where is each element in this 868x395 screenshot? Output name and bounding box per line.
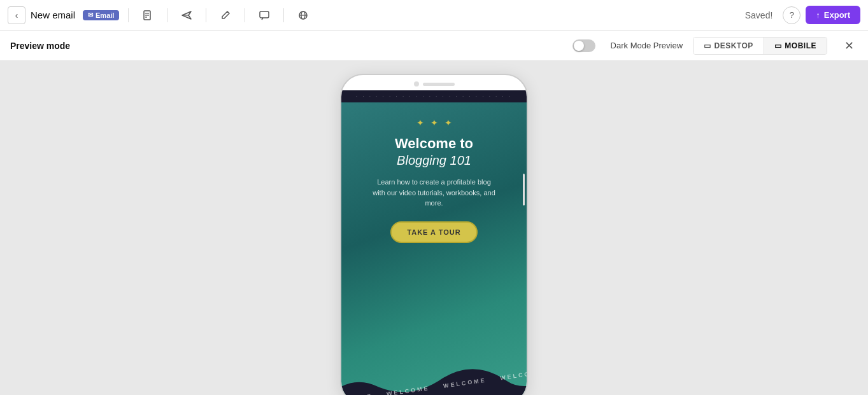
desktop-icon: ▭ xyxy=(704,41,711,50)
canvas-area: · · · · · · · · · · · · · · · · · · · · … xyxy=(0,61,868,395)
export-label: Export xyxy=(824,10,850,20)
email-type-badge: ✉ Email xyxy=(83,10,119,20)
edit-button[interactable] xyxy=(215,5,236,25)
close-icon: ✕ xyxy=(844,39,854,53)
star-3: ✦ xyxy=(445,118,452,128)
phone-mockup: · · · · · · · · · · · · · · · · · · · · … xyxy=(340,74,528,395)
document-button[interactable] xyxy=(138,5,158,25)
email-badge-icon: ✉ xyxy=(88,11,93,18)
preview-bar: Preview mode Dark Mode Preview ▭ DESKTOP… xyxy=(0,31,868,61)
help-icon: ? xyxy=(790,10,794,20)
dark-mode-label: Dark Mode Preview xyxy=(611,41,683,50)
wave-section: WELCOME WELCOME WELCOME WELCOME WELCOME xyxy=(341,352,527,395)
mobile-view-button[interactable]: ▭ MOBILE xyxy=(764,38,827,54)
svg-rect-6 xyxy=(260,11,269,18)
phone-speaker xyxy=(423,83,455,86)
phone-notch xyxy=(341,75,527,90)
star-1: ✦ xyxy=(416,118,424,128)
hero-stars: ✦ ✦ ✦ xyxy=(416,118,452,128)
view-toggle-group: ▭ DESKTOP ▭ MOBILE xyxy=(693,37,827,55)
desktop-label: DESKTOP xyxy=(715,41,753,50)
globe-button[interactable] xyxy=(293,5,313,25)
desktop-view-button[interactable]: ▭ DESKTOP xyxy=(694,38,764,54)
toolbar: ‹ New email ✉ Email xyxy=(0,0,868,31)
divider-4 xyxy=(245,8,245,22)
saved-status: Saved! xyxy=(745,10,773,20)
send-icon xyxy=(181,10,192,21)
preview-mode-title: Preview mode xyxy=(10,41,70,51)
comment-icon xyxy=(259,10,270,21)
document-icon xyxy=(142,10,153,21)
hero-subtitle: Learn how to create a profitable blog wi… xyxy=(371,177,498,209)
hero-title: Welcome to xyxy=(395,135,473,152)
email-badge-label: Email xyxy=(96,11,114,19)
phone-scrollbar[interactable] xyxy=(523,174,525,205)
globe-icon xyxy=(297,10,309,21)
star-2: ✦ xyxy=(430,118,438,128)
divider-5 xyxy=(283,8,284,22)
back-button[interactable]: ‹ xyxy=(8,6,25,24)
preview-close-button[interactable]: ✕ xyxy=(840,37,858,55)
divider-2 xyxy=(167,8,167,22)
send-button[interactable] xyxy=(176,5,197,25)
help-button[interactable]: ? xyxy=(783,6,800,24)
divider-3 xyxy=(206,8,206,22)
mobile-icon: ▭ xyxy=(774,41,782,50)
comment-button[interactable] xyxy=(254,5,274,25)
dot-pattern: · · · · · · · · · · · · · · · · · · · · … xyxy=(356,94,512,99)
hero-title-italic: Blogging 101 xyxy=(397,153,471,168)
email-dotted-bar: · · · · · · · · · · · · · · · · · · · · … xyxy=(341,90,527,102)
toggle-knob xyxy=(574,41,584,51)
back-icon: ‹ xyxy=(15,10,18,20)
cta-button[interactable]: TAKE A TOUR xyxy=(390,221,477,243)
email-hero-section: ✦ ✦ ✦ Welcome to Blogging 101 Learn how … xyxy=(341,102,527,395)
phone-camera xyxy=(414,81,419,87)
export-button[interactable]: ↑ Export xyxy=(806,6,860,24)
export-icon: ↑ xyxy=(816,10,820,20)
dark-mode-toggle[interactable] xyxy=(573,39,595,52)
email-content: · · · · · · · · · · · · · · · · · · · · … xyxy=(341,90,527,395)
page-title: New email xyxy=(31,10,75,20)
edit-icon xyxy=(220,10,231,21)
divider-1 xyxy=(128,8,129,22)
mobile-label: MOBILE xyxy=(785,41,816,50)
